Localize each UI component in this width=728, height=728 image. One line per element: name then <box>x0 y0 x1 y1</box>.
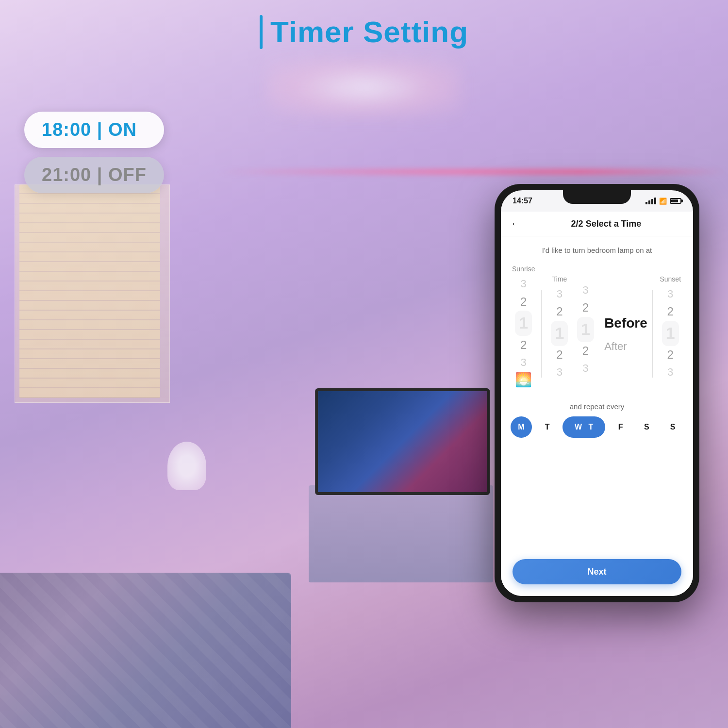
min-item-3a: 3 <box>582 283 588 298</box>
time-label: Time <box>552 275 567 283</box>
bed-pattern <box>0 573 291 728</box>
phone-notch <box>563 190 631 204</box>
sunset-item-3a: 3 <box>667 287 673 302</box>
next-button-container: Next <box>513 559 681 584</box>
wifi-icon: 📶 <box>659 198 667 205</box>
sunset-item-3b: 3 <box>667 365 673 380</box>
repeat-label: and repeat every <box>501 395 693 416</box>
sunset-item-selected: 1 <box>666 322 675 345</box>
min-item-selected: 1 <box>581 318 590 341</box>
sunrise-item-3a: 3 <box>521 277 527 292</box>
status-time: 14:57 <box>513 197 532 205</box>
sunset-item-2a: 2 <box>667 303 674 320</box>
timer-on-badge: 18:00 | ON <box>24 112 164 148</box>
window-area <box>15 184 170 403</box>
sunset-label: Sunset <box>660 275 681 283</box>
sunrise-item-2b: 2 <box>520 337 527 353</box>
timer-off-badge: 21:00 | OFF <box>24 157 164 193</box>
status-icons: 📶 <box>645 198 681 205</box>
screen-title: 2/2 Select a Time <box>529 219 683 229</box>
signal-bar-2 <box>648 200 650 204</box>
min-item-2a: 2 <box>582 299 589 316</box>
min-item-2b: 2 <box>582 343 589 359</box>
hour-item-3b: 3 <box>557 365 563 380</box>
sunset-item-2b: 2 <box>667 347 674 363</box>
day-tuesday[interactable]: T <box>537 416 558 438</box>
sunset-column: Sunset 3 2 1 2 3 <box>658 275 683 380</box>
app-content: ← 2/2 Select a Time I'd like to turn bed… <box>501 212 693 596</box>
time-picker[interactable]: Sunrise 3 2 1 2 3 🌅 <box>501 260 693 395</box>
hour-item-selected: 1 <box>555 322 564 345</box>
minutes-picker-items[interactable]: 3 2 1 2 3 <box>581 283 590 376</box>
screen-subtitle: I'd like to turn bedroom lamp on at <box>501 236 693 260</box>
page-header: Timer Setting <box>0 15 728 49</box>
day-monday[interactable]: M <box>511 416 532 438</box>
hour-item-3a: 3 <box>557 287 563 302</box>
sunrise-item-3b: 3 <box>521 355 527 370</box>
timer-badges: 18:00 | ON 21:00 | OFF <box>24 112 164 193</box>
divider-1 <box>541 290 542 378</box>
battery-icon <box>670 198 681 204</box>
page-title: Timer Setting <box>270 15 468 49</box>
flowers-decoration <box>167 442 206 490</box>
sunrise-item-2a: 2 <box>520 294 527 310</box>
hours-picker-items[interactable]: 3 2 1 2 3 <box>555 287 564 380</box>
battery-fill <box>671 199 678 202</box>
day-wednesday-thursday[interactable]: W T <box>563 416 605 438</box>
before-label: Before <box>604 313 647 334</box>
day-saturday[interactable]: S <box>636 416 658 438</box>
ceiling-light <box>267 58 461 116</box>
tv-screen <box>315 388 490 495</box>
sunset-picker-items[interactable]: 3 2 1 2 3 <box>666 287 675 380</box>
phone-screen: 14:57 📶 ← <box>501 190 693 596</box>
signal-bar-1 <box>645 202 647 204</box>
header-bar-icon <box>260 15 263 49</box>
sunrise-item-selected: 1 <box>519 312 528 335</box>
back-button[interactable]: ← <box>511 217 521 230</box>
hour-item-2a: 2 <box>556 303 563 320</box>
next-button[interactable]: Next <box>513 559 681 584</box>
hour-item-2b: 2 <box>556 347 563 363</box>
sunrise-column: Sunrise 3 2 1 2 3 🌅 <box>511 265 536 390</box>
phone-outer-frame: 14:57 📶 ← <box>495 184 699 602</box>
phone-device: 14:57 📶 ← <box>495 184 699 602</box>
signal-bar-3 <box>651 199 653 204</box>
sunrise-icon: 🌅 <box>515 372 532 388</box>
day-sunday[interactable]: S <box>662 416 683 438</box>
signal-icon <box>645 198 656 204</box>
ampm-column: Before After <box>604 313 647 355</box>
tv-cabinet <box>309 485 493 582</box>
min-item-3b: 3 <box>582 361 588 376</box>
divider-2 <box>652 290 653 378</box>
hours-column: Time 3 2 1 2 3 <box>546 275 572 380</box>
sunrise-picker-items[interactable]: 3 2 1 2 3 <box>519 277 528 370</box>
days-selector[interactable]: M T W T F S S <box>501 416 693 447</box>
after-label: After <box>604 338 627 355</box>
minutes-column: 3 2 1 2 3 <box>573 279 598 376</box>
sunrise-label: Sunrise <box>512 265 535 273</box>
signal-bar-4 <box>654 198 656 204</box>
phone-nav-bar: ← 2/2 Select a Time <box>501 212 693 236</box>
day-friday[interactable]: F <box>610 416 631 438</box>
